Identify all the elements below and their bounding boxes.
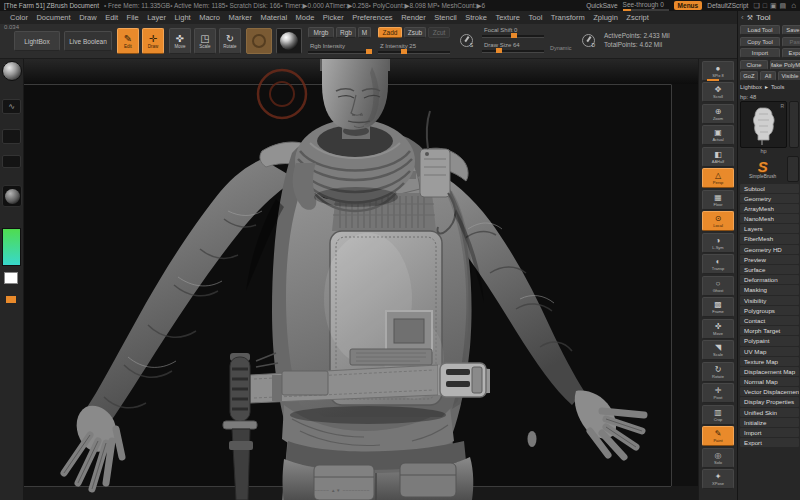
- menu-item[interactable]: Mode: [296, 13, 315, 22]
- right-shelf-button[interactable]: ◧ AAHalf: [702, 147, 734, 167]
- subpalette-header[interactable]: Masking: [740, 285, 799, 294]
- right-shelf-button[interactable]: ✦ XPose: [702, 469, 734, 489]
- subpalette-header[interactable]: Deformation: [740, 275, 799, 284]
- menu-item[interactable]: Zscript: [626, 13, 649, 22]
- subpalette-header[interactable]: Initialize: [740, 418, 799, 427]
- zscript-button[interactable]: DefaultZScript: [707, 2, 748, 9]
- menu-item[interactable]: Render: [401, 13, 426, 22]
- menu-item[interactable]: Transform: [551, 13, 585, 22]
- right-shelf-button[interactable]: ↻ Rotate: [702, 362, 734, 382]
- stroke-picker[interactable]: ∿: [2, 99, 21, 114]
- focal-shift-slider[interactable]: Focal Shift 0: [482, 28, 544, 37]
- right-shelf-button[interactable]: ⊕ Zoom: [702, 104, 734, 124]
- subpalette-header[interactable]: Polygroups: [740, 306, 799, 315]
- sculpt-viewport[interactable]: ––––––––– ▲▼ –––––––––: [24, 59, 698, 500]
- paste-tool-button[interactable]: Paste: [782, 37, 800, 47]
- simplebrush-slot[interactable]: S SimpleBrush: [740, 156, 785, 182]
- right-shelf-button[interactable]: ▦ Floor: [702, 190, 734, 210]
- menu-item[interactable]: Material: [260, 13, 287, 22]
- menu-item[interactable]: Stroke: [465, 13, 487, 22]
- subpalette-header[interactable]: Displacement Map: [740, 367, 799, 376]
- menus-button[interactable]: Menus: [674, 1, 703, 10]
- draw-size-dial-icon[interactable]: D: [582, 34, 595, 47]
- goz-button[interactable]: GoZ: [740, 71, 758, 81]
- alpha-picker[interactable]: [2, 129, 21, 144]
- rotate-mode-button[interactable]: ↻ Rotate: [219, 28, 241, 54]
- subpalette-header[interactable]: Import: [740, 428, 799, 437]
- tool-panel-header[interactable]: ‹ ⚒ Tool: [738, 11, 800, 24]
- current-material-button[interactable]: [276, 28, 302, 54]
- clone-button[interactable]: Clone: [740, 60, 768, 70]
- dynamic-label[interactable]: Dynamic: [550, 45, 571, 51]
- zsub-button[interactable]: Zsub: [404, 27, 426, 38]
- rgb-intensity-slider[interactable]: Rgb Intensity: [308, 44, 371, 53]
- subpalette-header[interactable]: Subtool: [740, 184, 799, 193]
- lightbox-tools-button[interactable]: Lightbox ► Tools: [740, 83, 799, 92]
- layout-icon[interactable]: ▣: [770, 2, 777, 10]
- subpalette-header[interactable]: NanoMesh: [740, 214, 799, 223]
- goz-all-button[interactable]: All: [760, 71, 776, 81]
- menu-item[interactable]: File: [127, 13, 139, 22]
- subpalette-header[interactable]: Geometry: [740, 194, 799, 203]
- subpalette-header[interactable]: Polypaint: [740, 336, 799, 345]
- menu-item[interactable]: Color: [10, 13, 28, 22]
- import-button[interactable]: Import: [740, 48, 780, 58]
- subpalette-header[interactable]: FiberMesh: [740, 234, 799, 243]
- scale-mode-button[interactable]: ◳ Scale: [194, 28, 216, 54]
- menu-item[interactable]: Tool: [529, 13, 543, 22]
- subpalette-header[interactable]: Normal Map: [740, 377, 799, 386]
- menu-item[interactable]: Document: [36, 13, 70, 22]
- right-shelf-button[interactable]: ✜ Move: [702, 319, 734, 339]
- main-color-swatch[interactable]: [4, 272, 18, 284]
- zadd-button[interactable]: Zadd: [378, 27, 402, 38]
- menu-item[interactable]: Zplugin: [593, 13, 618, 22]
- right-shelf-button[interactable]: ⊙ Local: [702, 211, 734, 231]
- z-intensity-slider[interactable]: Z Intensity 25: [378, 44, 450, 53]
- subpalette-header[interactable]: Layers: [740, 224, 799, 233]
- lightbox-button[interactable]: LightBox: [14, 31, 60, 51]
- subpalette-header[interactable]: Morph Target: [740, 326, 799, 335]
- active-tool-thumbnail[interactable]: R: [740, 101, 787, 148]
- doc-icon[interactable]: ❏: [753, 2, 759, 10]
- draw-mode-button[interactable]: ✛ Draw: [142, 28, 164, 54]
- texture-picker[interactable]: [2, 155, 21, 168]
- stroke-dial-icon[interactable]: S: [460, 34, 473, 47]
- right-shelf-button[interactable]: ● SPix 8: [702, 61, 734, 81]
- layout-icon[interactable]: ▤: [780, 2, 787, 10]
- menu-item[interactable]: Stencil: [434, 13, 457, 22]
- home-icon[interactable]: ⌂: [791, 1, 796, 10]
- color-picker-gradient[interactable]: [2, 228, 21, 266]
- material-picker[interactable]: [2, 185, 22, 207]
- current-brush-button[interactable]: [246, 28, 272, 54]
- right-shelf-button[interactable]: ◥ Scale: [702, 340, 734, 360]
- goz-visible-button[interactable]: Visible: [778, 71, 800, 81]
- copy-tool-button[interactable]: Copy Tool: [740, 37, 780, 47]
- subpalette-header[interactable]: Contact: [740, 316, 799, 325]
- right-shelf-button[interactable]: ◐ Transp: [702, 254, 734, 274]
- tool-slot[interactable]: [789, 101, 799, 148]
- menu-item[interactable]: Macro: [199, 13, 220, 22]
- subpalette-header[interactable]: Preview: [740, 255, 799, 264]
- subpalette-header[interactable]: Visibility: [740, 296, 799, 305]
- quicksave-button[interactable]: QuickSave: [586, 2, 617, 9]
- menu-item[interactable]: Preferences: [352, 13, 392, 22]
- menu-item[interactable]: Texture: [495, 13, 520, 22]
- right-shelf-button[interactable]: ▥ Crop: [702, 405, 734, 425]
- menu-item[interactable]: Edit: [105, 13, 118, 22]
- right-shelf-button[interactable]: ✛ Pivot: [702, 383, 734, 403]
- rgb-button[interactable]: Rgb: [336, 27, 356, 38]
- menu-item[interactable]: Picker: [323, 13, 344, 22]
- subpalette-header[interactable]: Unified Skin: [740, 408, 799, 417]
- subpalette-header[interactable]: Texture Map: [740, 357, 799, 366]
- tool-slot[interactable]: [787, 156, 799, 182]
- save-tool-button[interactable]: Save As: [782, 25, 800, 35]
- collapse-arrow-icon[interactable]: ‹: [741, 13, 744, 22]
- make-polymesh3d-button[interactable]: Make PolyMesh3D: [770, 60, 800, 70]
- window-doc-icons[interactable]: ❏ □ ▣ ▤: [753, 2, 786, 10]
- right-shelf-button[interactable]: ○ Ghost: [702, 276, 734, 296]
- right-shelf-button[interactable]: △ Persp: [702, 168, 734, 188]
- secondary-color-swatch[interactable]: [6, 296, 16, 303]
- right-shelf-button[interactable]: ✎ Paint: [702, 426, 734, 446]
- see-through-slider[interactable]: See-through 0: [623, 1, 669, 11]
- load-tool-button[interactable]: Load Tool: [740, 25, 780, 35]
